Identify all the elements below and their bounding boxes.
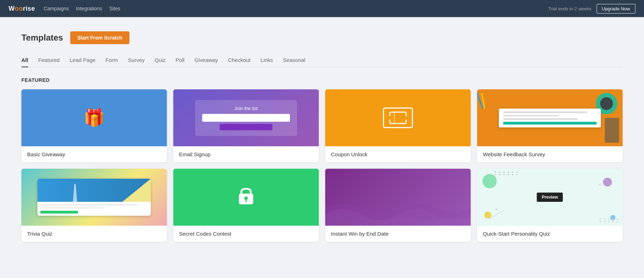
svg-rect-0: [390, 112, 406, 124]
dots-pattern-top: [495, 172, 519, 175]
tab-featured[interactable]: Featured: [38, 57, 60, 67]
nav-campaigns[interactable]: Campaigns: [44, 6, 69, 11]
card-label-coupon-unlock: Coupon Unlock: [325, 146, 471, 162]
navbar-left: Woorise Campaigns Integrations Sites: [9, 5, 120, 12]
template-card-website-feedback[interactable]: Website Feedback Survey: [477, 89, 623, 162]
card-label-personality-quiz: Quick-Start Personality Quiz: [477, 226, 623, 242]
trial-text: Trial ends in 2 weeks: [548, 6, 592, 11]
card-thumbnail-instant-win: [325, 169, 471, 226]
pencils-deco: [479, 91, 484, 110]
template-card-instant-win[interactable]: Instant Win by End Date: [325, 169, 471, 242]
nav-links: Campaigns Integrations Sites: [44, 6, 120, 11]
deco-circle-1: [482, 174, 497, 188]
card-label-email-signup: Email Signup: [173, 146, 319, 162]
tab-all[interactable]: All: [21, 57, 28, 67]
page-header: Templates Start From Scratch: [21, 31, 623, 44]
tab-checkout[interactable]: Checkout: [228, 57, 250, 67]
card-label-instant-win: Instant Win by End Date: [325, 226, 471, 242]
nav-sites[interactable]: Sites: [109, 6, 120, 11]
template-card-basic-giveaway[interactable]: 🎁 Basic Giveaway: [21, 89, 167, 162]
template-card-personality-quiz[interactable]: ✕ ✕ Preview Quick-Start Personality Quiz: [477, 169, 623, 242]
card-label-secret-codes: Secret Codes Contest: [173, 226, 319, 242]
logo: Woorise: [9, 5, 35, 12]
tab-giveaway[interactable]: Giveaway: [194, 57, 218, 67]
page-title: Templates: [21, 33, 63, 43]
phone-deco: [605, 118, 619, 143]
card-label-trivia-quiz: Trivia Quiz: [21, 226, 167, 242]
card-thumbnail-email-signup: Join the list: [173, 89, 319, 146]
svg-point-2: [404, 116, 407, 120]
tab-links[interactable]: Links: [261, 57, 273, 67]
tab-lead-page[interactable]: Lead Page: [70, 57, 96, 67]
card-thumbnail-coupon-unlock: [325, 89, 471, 146]
email-signup-input-mock: [202, 114, 290, 122]
tabs-bar: All Featured Lead Page Form Survey Quiz …: [21, 57, 623, 67]
dots-pattern-bottom: [600, 219, 620, 222]
featured-section-title: FEATURED: [21, 77, 623, 83]
card-label-website-feedback: Website Feedback Survey: [477, 146, 623, 162]
template-grid-row1: 🎁 Basic Giveaway Join the list Email Sig…: [21, 89, 623, 162]
start-from-scratch-button[interactable]: Start From Scratch: [70, 31, 129, 44]
email-signup-title-mock: Join the list: [202, 106, 290, 111]
email-signup-mock: Join the list: [195, 100, 297, 136]
card-thumbnail-personality-quiz: ✕ ✕ Preview: [477, 169, 623, 226]
card-thumbnail-trivia-quiz: [21, 169, 167, 226]
tab-seasonal[interactable]: Seasonal: [283, 57, 306, 67]
template-grid-row2: Trivia Quiz Secret Codes Contest: [21, 169, 623, 242]
tab-quiz[interactable]: Quiz: [154, 57, 165, 67]
wave-deco-2: [325, 197, 471, 219]
tab-survey[interactable]: Survey: [128, 57, 145, 67]
main-content: Templates Start From Scratch All Feature…: [0, 17, 644, 262]
svg-point-1: [389, 116, 392, 120]
card-thumbnail-secret-codes: [173, 169, 319, 226]
template-card-coupon-unlock[interactable]: Coupon Unlock: [325, 89, 471, 162]
template-card-secret-codes[interactable]: Secret Codes Contest: [173, 169, 319, 242]
trivia-quiz-mock: [37, 179, 151, 216]
navbar-right: Trial ends in 2 weeks Upgrade Now: [548, 4, 635, 14]
upgrade-button[interactable]: Upgrade Now: [597, 4, 636, 14]
nav-integrations[interactable]: Integrations: [76, 6, 102, 11]
navbar: Woorise Campaigns Integrations Sites Tri…: [0, 0, 644, 17]
tab-poll[interactable]: Poll: [175, 57, 184, 67]
gift-icon: 🎁: [83, 108, 105, 128]
tab-form[interactable]: Form: [106, 57, 118, 67]
email-signup-btn-mock: [220, 124, 272, 130]
card-thumbnail-website-feedback: [477, 89, 623, 146]
lock-icon: [237, 185, 255, 210]
card-label-basic-giveaway: Basic Giveaway: [21, 146, 167, 162]
survey-form-mock: [499, 109, 601, 127]
preview-badge: Preview: [537, 193, 563, 202]
template-card-trivia-quiz[interactable]: Trivia Quiz: [21, 169, 167, 242]
coupon-icon: [383, 107, 413, 128]
template-card-email-signup[interactable]: Join the list Email Signup: [173, 89, 319, 162]
card-thumbnail-basic-giveaway: 🎁: [21, 89, 167, 146]
deco-circle-2: [603, 178, 612, 187]
